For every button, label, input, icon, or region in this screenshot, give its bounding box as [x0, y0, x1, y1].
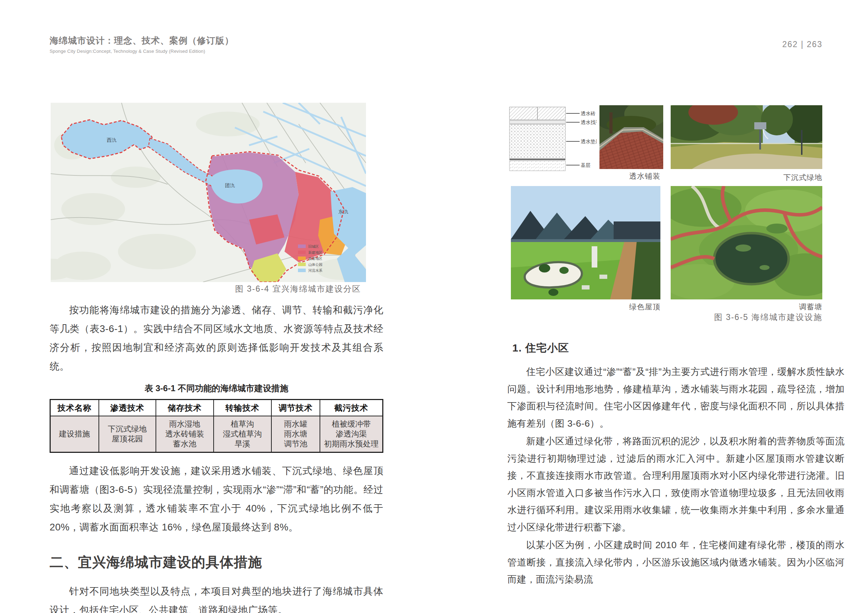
book-title-en: Sponge City Design:Concept, Technology &…: [50, 48, 234, 54]
right-page-text-column: 1. 住宅小区 住宅小区建议通过“渗”“蓄”及“排”为主要方式进行雨水管理，缓解…: [507, 341, 845, 588]
figure-caption-3-6-4: 图 3-6-4 宜兴海绵城市建设分区: [51, 284, 366, 295]
caption-pervious-paving: 透水铺装: [629, 171, 660, 181]
pervious-paving-diagram: 透水砖 透水找平层 透水垫层 基层: [507, 105, 597, 174]
section-heading: 二、宜兴海绵城市建设的具体措施: [50, 553, 383, 572]
col-header: 技术名称: [50, 400, 99, 416]
map-figure-3-6-4: 西氿 团氿 东氿 旧城区 新建地区 改建地区 山体公园 河流水系: [51, 103, 366, 282]
col-header: 转输技术: [214, 400, 271, 416]
col-header: 储存技术: [156, 400, 213, 416]
diagram-label-subbase: 基层: [581, 162, 591, 168]
paragraph: 以某小区为例，小区建成时间 2010 年，住宅楼间建有绿化带，楼顶的雨水管道断接…: [507, 537, 845, 588]
lid-measures-table: 技术名称 渗透技术 储存技术 转输技术 调节技术 截污技术 建设措施 下沉式绿地…: [50, 399, 383, 453]
diagram-label-brick: 透水砖: [581, 110, 595, 116]
page-numbers: 262 | 263: [782, 40, 823, 49]
table-cell: 下沉式绿地屋顶花园: [99, 416, 156, 453]
paragraph: 按功能将海绵城市建设的措施分为渗透、储存、调节、转输和截污净化等几类（表3-6-…: [50, 301, 383, 376]
legend-label-2: 改建地区: [308, 256, 322, 261]
paragraph: 通过建设低影响开发设施，建议采用透水铺装、下沉式绿地、绿色屋顶和调蓄塘（图3-6…: [50, 461, 383, 537]
yixing-zoning-map: 西氿 团氿 东氿 旧城区 新建地区 改建地区 山体公园 河流水系: [51, 103, 366, 282]
col-header: 调节技术: [271, 400, 320, 416]
caption-green-roof: 绿色屋顶: [629, 302, 660, 312]
legend-label-4: 河流水系: [308, 268, 322, 273]
caption-sunken-green: 下沉式绿地: [783, 172, 822, 183]
paragraph: 住宅小区建议通过“渗”“蓄”及“排”为主要方式进行雨水管理，缓解水质性缺水问题。…: [507, 363, 845, 432]
table-cell: 建设措施: [50, 416, 99, 453]
lake-label-xijiu: 西氿: [107, 137, 116, 143]
photo-pervious-paving: [600, 105, 663, 171]
legend-label-3: 山体公园: [308, 262, 322, 267]
caption-pond: 调蓄塘: [799, 302, 822, 312]
table-title: 表 3-6-1 不同功能的海绵城市建设措施: [50, 383, 383, 394]
table-cell: 雨水罐雨水塘调节池: [271, 416, 320, 453]
table-cell: 植草沟湿式植草沟旱溪: [214, 416, 271, 453]
left-page-text-column: 按功能将海绵城市建设的措施分为渗透、储存、调节、转输和截污净化等几类（表3-6-…: [50, 301, 383, 613]
photo-sunken-green-space: [671, 105, 822, 171]
photo-retention-pond: [671, 186, 822, 301]
col-header: 截污技术: [320, 400, 383, 416]
lake-label-tuanjiu: 团氿: [225, 183, 235, 188]
col-header: 渗透技术: [99, 400, 156, 416]
legend-label-1: 新建地区: [308, 250, 322, 255]
table-header-row: 技术名称 渗透技术 储存技术 转输技术 调节技术 截污技术: [50, 400, 383, 416]
figure-caption-3-6-5: 图 3-6-5 海绵城市建设设施: [714, 312, 822, 323]
paragraph: 针对不同地块类型以及特点，本项目对典型的地块进行了海绵城市具体设计，包括住宅小区…: [50, 582, 383, 613]
paragraph: 新建小区通过绿化带，将路面沉积的泥沙，以及积水附着的营养物质等面流污染进行初期物…: [507, 433, 845, 536]
legend-label-0: 旧城区: [308, 245, 319, 248]
book-header: 海绵城市设计：理念、技术、案例（修订版） Sponge City Design:…: [50, 35, 234, 54]
diagram-label-cushion: 透水垫层: [581, 138, 597, 144]
table-cell: 雨水湿地透水砖铺装蓄水池: [156, 416, 213, 453]
photo-green-roof: [511, 186, 660, 301]
sub-heading-residential: 1. 住宅小区: [512, 341, 845, 355]
book-title-cn: 海绵城市设计：理念、技术、案例（修订版）: [50, 35, 234, 47]
book-spread: { "header": { "title_cn": "海绵城市设计：理念、技术、…: [0, 0, 868, 613]
lake-label-dongjiu: 东氿: [338, 209, 348, 214]
table-cell: 植被缓冲带渗透沟渠初期雨水预处理: [320, 416, 383, 453]
table-body-row: 建设措施 下沉式绿地屋顶花园 雨水湿地透水砖铺装蓄水池 植草沟湿式植草沟旱溪 雨…: [50, 416, 383, 453]
diagram-label-leveling: 透水找平层: [581, 119, 597, 125]
